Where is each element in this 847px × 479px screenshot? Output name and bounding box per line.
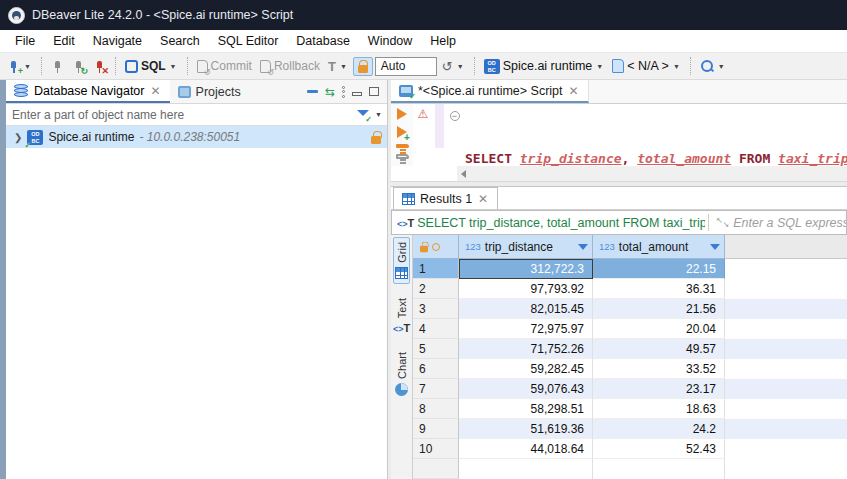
tab-results-1[interactable]: Results 1 ✕	[393, 187, 498, 209]
cell-total-amount[interactable]: 33.52	[593, 359, 725, 379]
view-tab-text[interactable]: Text <>T	[392, 294, 411, 338]
maximize-panel-icon[interactable]	[369, 87, 379, 96]
execute-statement-icon[interactable]	[397, 108, 407, 120]
cell-trip-distance[interactable]: 72,975.97	[459, 319, 593, 339]
sql-editor-area[interactable]: ⚠ − SELECT trip_distance, total_amount F…	[391, 104, 847, 166]
row-number-cell[interactable]: 10	[413, 439, 459, 459]
rollback-button[interactable]: Rollback	[257, 57, 323, 75]
collapse-block-icon[interactable]: −	[450, 111, 460, 121]
menu-edit[interactable]: Edit	[44, 31, 84, 51]
cell-trip-distance[interactable]: 59,076.43	[459, 379, 593, 399]
connection-tree-item[interactable]: ❯ ODBC Spice.ai runtime - 10.0.0.238:500…	[6, 126, 387, 148]
object-filter-input[interactable]	[12, 108, 357, 122]
cell-total-amount[interactable]: 22.15	[593, 259, 725, 279]
tab-projects[interactable]: Projects	[170, 80, 249, 103]
table-row[interactable]: 472,975.9720.04	[413, 319, 847, 339]
search-button[interactable]: ▼	[697, 57, 729, 75]
menu-sql-editor[interactable]: SQL Editor	[209, 31, 288, 51]
link-with-editor-icon[interactable]: ⇆	[325, 87, 335, 97]
cell-total-amount[interactable]: 23.17	[593, 379, 725, 399]
close-icon[interactable]: ✕	[477, 192, 489, 206]
row-number-cell[interactable]: 4	[413, 319, 459, 339]
tab-sql-script[interactable]: *<Spice.ai runtime> Script ✕	[391, 80, 589, 103]
menu-file[interactable]: File	[6, 31, 44, 51]
column-header-trip-distance[interactable]: 123 trip_distance	[459, 235, 593, 259]
table-row[interactable]: 759,076.4323.17	[413, 379, 847, 399]
table-row[interactable]: 659,282.4533.52	[413, 359, 847, 379]
transaction-lock-toggle[interactable]	[353, 57, 373, 76]
cell-total-amount[interactable]: 36.31	[593, 279, 725, 299]
view-tab-chart[interactable]: Chart	[394, 348, 409, 400]
row-number-cell[interactable]: 1	[413, 259, 459, 279]
execute-script-icon[interactable]	[396, 144, 409, 148]
active-database-selector[interactable]: < N/A > ▼	[609, 57, 684, 75]
table-row[interactable]: 1044,018.6452.43	[413, 439, 847, 459]
table-row[interactable]: 382,015.4521.56	[413, 299, 847, 319]
table-row[interactable]: 858,298.5118.63	[413, 399, 847, 419]
editor-hscrollbar[interactable]	[391, 166, 847, 181]
cell-trip-distance[interactable]: 97,793.92	[459, 279, 593, 299]
table-corner-cell[interactable]	[413, 235, 459, 259]
commit-mode-combobox[interactable]: Auto	[375, 57, 437, 76]
scroll-left-icon[interactable]	[461, 170, 466, 178]
cell-total-amount[interactable]: 20.04	[593, 319, 725, 339]
tab-database-navigator[interactable]: Database Navigator ✕	[6, 80, 170, 103]
close-icon[interactable]: ✕	[568, 84, 580, 98]
table-row[interactable]: 951,619.3624.2	[413, 419, 847, 439]
sql-expression-placeholder[interactable]: Enter a SQL expression to	[733, 216, 846, 230]
commit-button[interactable]: Commit	[194, 57, 255, 75]
disconnect-button[interactable]: ✕	[90, 58, 109, 75]
sort-desc-icon[interactable]	[578, 244, 588, 250]
row-number-cell[interactable]: 8	[413, 399, 459, 419]
chevron-down-icon[interactable]: ▼	[374, 111, 383, 118]
connect-button[interactable]	[48, 58, 67, 75]
cell-trip-distance[interactable]: 71,752.26	[459, 339, 593, 359]
menu-search[interactable]: Search	[151, 31, 209, 51]
expand-panel-icon[interactable]	[716, 216, 729, 229]
transaction-mode-button[interactable]: T ▼	[325, 57, 351, 76]
table-row[interactable]: 571,752.2649.57	[413, 339, 847, 359]
minimize-panel-icon[interactable]	[352, 92, 362, 96]
cell-total-amount[interactable]: 52.43	[593, 439, 725, 459]
cell-total-amount[interactable]: 21.56	[593, 299, 725, 319]
row-number-cell[interactable]: 2	[413, 279, 459, 299]
row-number-cell[interactable]: 7	[413, 379, 459, 399]
view-menu-icon[interactable]	[342, 86, 345, 98]
row-number-cell[interactable]: 3	[413, 299, 459, 319]
view-tab-grid[interactable]: Grid	[393, 237, 410, 284]
cell-trip-distance[interactable]: 59,282.45	[459, 359, 593, 379]
sql-code[interactable]: SELECT trip_distance, total_amount FROM …	[463, 104, 847, 166]
cell-total-amount[interactable]: 49.57	[593, 339, 725, 359]
filter-funnel-icon[interactable]	[357, 109, 370, 121]
expand-chevron-icon[interactable]: ❯	[14, 132, 22, 143]
sql-editor-button[interactable]: SQL ▼	[122, 57, 181, 75]
transaction-log-button[interactable]: ↺ ▼	[439, 57, 468, 76]
menu-help[interactable]: Help	[421, 31, 465, 51]
results-filter-bar[interactable]: <>T SELECT trip_distance, total_amount F…	[391, 210, 847, 235]
cell-trip-distance[interactable]: 44,018.64	[459, 439, 593, 459]
cell-trip-distance[interactable]: 58,298.51	[459, 399, 593, 419]
menu-window[interactable]: Window	[359, 31, 421, 51]
table-row[interactable]: 297,793.9236.31	[413, 279, 847, 299]
sort-icon[interactable]	[710, 244, 720, 250]
row-number-cell[interactable]: 9	[413, 419, 459, 439]
execute-new-tab-icon[interactable]	[397, 126, 407, 138]
cell-trip-distance[interactable]: 312,722.3	[459, 259, 593, 279]
table-row[interactable]: 1312,722.322.15	[413, 259, 847, 279]
row-number-cell[interactable]: 5	[413, 339, 459, 359]
menu-navigate[interactable]: Navigate	[84, 31, 151, 51]
collapse-all-icon[interactable]	[307, 90, 318, 93]
column-header-total-amount[interactable]: 123 total_amount	[593, 235, 725, 259]
new-connection-button[interactable]: + ▼	[4, 58, 35, 75]
explain-plan-icon[interactable]	[396, 154, 409, 158]
cell-trip-distance[interactable]: 51,619.36	[459, 419, 593, 439]
menu-database[interactable]: Database	[287, 31, 359, 51]
cell-total-amount[interactable]: 18.63	[593, 399, 725, 419]
hscroll-track[interactable]	[457, 166, 847, 181]
cell-trip-distance[interactable]: 82,015.45	[459, 299, 593, 319]
reconnect-button[interactable]: ↻	[69, 58, 88, 75]
cell-total-amount[interactable]: 24.2	[593, 419, 725, 439]
close-icon[interactable]: ✕	[149, 84, 161, 98]
row-number-cell[interactable]: 6	[413, 359, 459, 379]
active-connection-selector[interactable]: ODBC Spice.ai runtime ▼	[481, 57, 608, 76]
